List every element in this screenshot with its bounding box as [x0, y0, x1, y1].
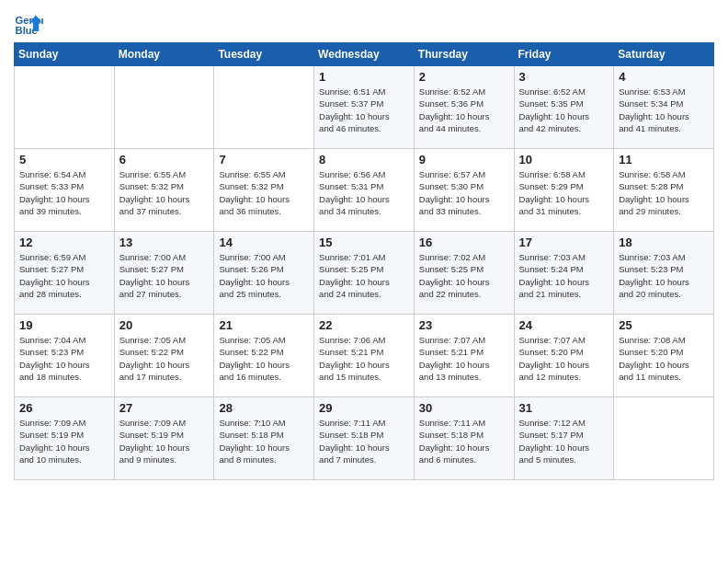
calendar-cell: 19Sunrise: 7:04 AM Sunset: 5:23 PM Dayli…: [15, 315, 115, 397]
calendar-cell: 22Sunrise: 7:06 AM Sunset: 5:21 PM Dayli…: [314, 315, 415, 397]
calendar-cell: 3Sunrise: 6:52 AM Sunset: 5:35 PM Daylig…: [514, 66, 614, 149]
day-header-wednesday: Wednesday: [314, 43, 415, 66]
day-number: 11: [619, 153, 709, 167]
calendar-cell: 27Sunrise: 7:09 AM Sunset: 5:19 PM Dayli…: [114, 397, 214, 480]
logo-icon: General Blue: [14, 9, 43, 39]
day-number: 5: [19, 153, 109, 167]
day-info: Sunrise: 7:03 AM Sunset: 5:24 PM Dayligh…: [519, 251, 609, 300]
day-number: 19: [19, 318, 109, 332]
day-info: Sunrise: 6:58 AM Sunset: 5:29 PM Dayligh…: [519, 168, 609, 217]
calendar-cell: 26Sunrise: 7:09 AM Sunset: 5:19 PM Dayli…: [15, 397, 115, 480]
calendar-cell: 21Sunrise: 7:05 AM Sunset: 5:22 PM Dayli…: [214, 315, 314, 397]
day-number: 26: [19, 401, 109, 415]
day-info: Sunrise: 7:01 AM Sunset: 5:25 PM Dayligh…: [319, 251, 409, 300]
day-number: 18: [619, 236, 709, 249]
day-number: 27: [119, 401, 210, 415]
day-info: Sunrise: 7:07 AM Sunset: 5:20 PM Dayligh…: [519, 334, 609, 383]
calendar-week-4: 19Sunrise: 7:04 AM Sunset: 5:23 PM Dayli…: [15, 315, 714, 397]
day-number: 10: [519, 153, 609, 167]
calendar-week-5: 26Sunrise: 7:09 AM Sunset: 5:19 PM Dayli…: [15, 397, 714, 480]
day-info: Sunrise: 7:04 AM Sunset: 5:23 PM Dayligh…: [19, 334, 109, 383]
day-info: Sunrise: 7:02 AM Sunset: 5:25 PM Dayligh…: [419, 251, 509, 300]
day-number: 6: [119, 153, 210, 167]
calendar-cell: [15, 66, 115, 149]
calendar-cell: 7Sunrise: 6:55 AM Sunset: 5:32 PM Daylig…: [214, 149, 314, 232]
calendar-cell: 10Sunrise: 6:58 AM Sunset: 5:29 PM Dayli…: [514, 149, 614, 232]
day-number: 15: [319, 236, 409, 249]
day-number: 22: [319, 318, 409, 332]
day-info: Sunrise: 7:07 AM Sunset: 5:21 PM Dayligh…: [419, 334, 509, 383]
calendar-week-2: 5Sunrise: 6:54 AM Sunset: 5:33 PM Daylig…: [15, 149, 714, 232]
day-number: 29: [319, 401, 409, 415]
day-info: Sunrise: 6:58 AM Sunset: 5:28 PM Dayligh…: [619, 168, 709, 217]
day-header-saturday: Saturday: [614, 43, 714, 66]
calendar-cell: 2Sunrise: 6:52 AM Sunset: 5:36 PM Daylig…: [414, 66, 514, 149]
day-number: 7: [219, 153, 309, 167]
calendar-cell: 16Sunrise: 7:02 AM Sunset: 5:25 PM Dayli…: [414, 232, 514, 315]
calendar-cell: 6Sunrise: 6:55 AM Sunset: 5:32 PM Daylig…: [114, 149, 214, 232]
day-info: Sunrise: 7:10 AM Sunset: 5:18 PM Dayligh…: [219, 417, 309, 465]
day-info: Sunrise: 7:09 AM Sunset: 5:19 PM Dayligh…: [119, 417, 210, 465]
calendar-cell: 1Sunrise: 6:51 AM Sunset: 5:37 PM Daylig…: [314, 66, 415, 149]
day-header-tuesday: Tuesday: [214, 43, 314, 66]
calendar-cell: 24Sunrise: 7:07 AM Sunset: 5:20 PM Dayli…: [514, 315, 614, 397]
calendar-header: SundayMondayTuesdayWednesdayThursdayFrid…: [15, 43, 714, 66]
day-info: Sunrise: 6:55 AM Sunset: 5:32 PM Dayligh…: [219, 168, 309, 217]
calendar-cell: 8Sunrise: 6:56 AM Sunset: 5:31 PM Daylig…: [314, 149, 415, 232]
day-number: 3: [519, 70, 609, 84]
calendar-table: SundayMondayTuesdayWednesdayThursdayFrid…: [14, 42, 714, 480]
day-number: 12: [19, 236, 109, 249]
day-info: Sunrise: 6:59 AM Sunset: 5:27 PM Dayligh…: [19, 251, 109, 300]
calendar-cell: 20Sunrise: 7:05 AM Sunset: 5:22 PM Dayli…: [114, 315, 214, 397]
day-number: 2: [419, 70, 509, 84]
day-number: 16: [419, 236, 509, 249]
calendar-week-1: 1Sunrise: 6:51 AM Sunset: 5:37 PM Daylig…: [15, 66, 714, 149]
day-number: 13: [119, 236, 210, 249]
day-info: Sunrise: 6:54 AM Sunset: 5:33 PM Dayligh…: [19, 168, 109, 217]
day-number: 1: [319, 70, 409, 84]
calendar-cell: 13Sunrise: 7:00 AM Sunset: 5:27 PM Dayli…: [114, 232, 214, 315]
day-number: 30: [419, 401, 509, 415]
page-header: General Blue: [14, 9, 714, 39]
calendar-cell: 9Sunrise: 6:57 AM Sunset: 5:30 PM Daylig…: [414, 149, 514, 232]
day-header-thursday: Thursday: [414, 43, 514, 66]
day-info: Sunrise: 6:53 AM Sunset: 5:34 PM Dayligh…: [619, 86, 709, 134]
calendar-cell: 25Sunrise: 7:08 AM Sunset: 5:20 PM Dayli…: [614, 315, 714, 397]
day-number: 25: [619, 318, 709, 332]
day-info: Sunrise: 7:09 AM Sunset: 5:19 PM Dayligh…: [19, 417, 109, 465]
calendar-cell: 29Sunrise: 7:11 AM Sunset: 5:18 PM Dayli…: [314, 397, 415, 480]
day-header-monday: Monday: [114, 43, 214, 66]
day-header-sunday: Sunday: [15, 43, 115, 66]
day-number: 20: [119, 318, 210, 332]
day-info: Sunrise: 7:00 AM Sunset: 5:26 PM Dayligh…: [219, 251, 309, 300]
day-info: Sunrise: 7:03 AM Sunset: 5:23 PM Dayligh…: [619, 251, 709, 300]
day-info: Sunrise: 7:00 AM Sunset: 5:27 PM Dayligh…: [119, 251, 210, 300]
day-number: 24: [519, 318, 609, 332]
calendar-cell: 15Sunrise: 7:01 AM Sunset: 5:25 PM Dayli…: [314, 232, 415, 315]
day-header-friday: Friday: [514, 43, 614, 66]
day-number: 17: [519, 236, 609, 249]
day-info: Sunrise: 7:11 AM Sunset: 5:18 PM Dayligh…: [419, 417, 509, 465]
day-info: Sunrise: 6:57 AM Sunset: 5:30 PM Dayligh…: [419, 168, 509, 217]
day-info: Sunrise: 7:06 AM Sunset: 5:21 PM Dayligh…: [319, 334, 409, 383]
day-info: Sunrise: 6:52 AM Sunset: 5:36 PM Dayligh…: [419, 86, 509, 134]
day-info: Sunrise: 6:51 AM Sunset: 5:37 PM Dayligh…: [319, 86, 409, 134]
day-info: Sunrise: 7:05 AM Sunset: 5:22 PM Dayligh…: [219, 334, 309, 383]
day-number: 31: [519, 401, 609, 415]
day-info: Sunrise: 7:12 AM Sunset: 5:17 PM Dayligh…: [519, 417, 609, 465]
calendar-week-3: 12Sunrise: 6:59 AM Sunset: 5:27 PM Dayli…: [15, 232, 714, 315]
day-info: Sunrise: 7:05 AM Sunset: 5:22 PM Dayligh…: [119, 334, 210, 383]
calendar-cell: 31Sunrise: 7:12 AM Sunset: 5:17 PM Dayli…: [514, 397, 614, 480]
calendar-cell: 23Sunrise: 7:07 AM Sunset: 5:21 PM Dayli…: [414, 315, 514, 397]
day-info: Sunrise: 7:08 AM Sunset: 5:20 PM Dayligh…: [619, 334, 709, 383]
calendar-cell: 5Sunrise: 6:54 AM Sunset: 5:33 PM Daylig…: [15, 149, 115, 232]
calendar-cell: [614, 397, 714, 480]
calendar-cell: 12Sunrise: 6:59 AM Sunset: 5:27 PM Dayli…: [15, 232, 115, 315]
calendar-cell: 14Sunrise: 7:00 AM Sunset: 5:26 PM Dayli…: [214, 232, 314, 315]
day-number: 23: [419, 318, 509, 332]
calendar-cell: 18Sunrise: 7:03 AM Sunset: 5:23 PM Dayli…: [614, 232, 714, 315]
calendar-cell: 17Sunrise: 7:03 AM Sunset: 5:24 PM Dayli…: [514, 232, 614, 315]
calendar-cell: [214, 66, 314, 149]
day-number: 28: [219, 401, 309, 415]
calendar-cell: [114, 66, 214, 149]
